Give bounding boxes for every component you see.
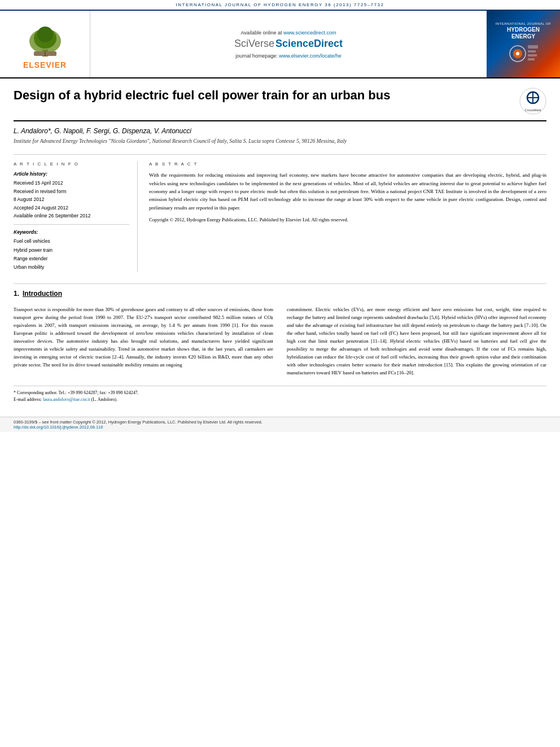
issn-text: 0360-3199/$ – see front matter Copyright… (14, 420, 546, 425)
article-title: Design of a hybrid electric fuel cell po… (14, 88, 390, 104)
body-section: 1. Introduction Transport sector is resp… (14, 283, 546, 377)
keyword-3: Range extender (14, 255, 129, 263)
abstract-header: A B S T R A C T (149, 161, 546, 167)
journal-homepage: journal homepage: www.elsevier.com/locat… (235, 53, 342, 59)
svg-rect-9 (528, 45, 538, 49)
email-link[interactable]: laura.andoloro@itae.cnr.it (43, 397, 90, 402)
body-right-text: commitment. Electric vehicles (EVs), are… (287, 305, 546, 377)
article-info-abstract-section: A R T I C L E I N F O Article history: R… (14, 154, 546, 272)
cover-graphic (506, 42, 540, 65)
history-received: Received 15 April 2012 (14, 179, 129, 187)
article-history-label: Article history: (14, 171, 129, 177)
article-container: Design of a hybrid electric fuel cell po… (0, 78, 560, 412)
history-accepted: Accepted 24 August 2012 (14, 204, 129, 212)
body-right-column: commitment. Electric vehicles (EVs), are… (287, 290, 546, 377)
available-online-text: Available online at www.sciencedirect.co… (241, 30, 336, 36)
copyright-text: Copyright © 2012, Hydrogen Energy Public… (149, 216, 546, 224)
sciverse-logo: SciVerse ScienceDirect (234, 38, 343, 50)
journal-homepage-link[interactable]: www.elsevier.com/locate/he (279, 53, 342, 59)
elsevier-label: ELSEVIER (23, 60, 67, 69)
section-1-number: 1. (14, 290, 19, 298)
affiliation-line: Institute for Advanced Energy Technologi… (14, 137, 546, 145)
keyword-1: Fuel cell vehicles (14, 237, 129, 246)
svg-rect-12 (528, 58, 535, 60)
footer-section: * Corresponding author. Tel.: +39 090 62… (14, 386, 546, 403)
history-revised-date: 8 August 2012 (14, 195, 129, 203)
sciencedirect-area: Available online at www.sciencedirect.co… (90, 11, 487, 77)
doi-link[interactable]: http://dx.doi.org/10.1016/j.ijhydene.201… (14, 425, 103, 430)
authors-line: L. Andaloro*, G. Napoli, F. Sergi, G. Di… (14, 127, 546, 135)
sciencedirect-label: ScienceDirect (275, 38, 343, 50)
section-1-title: Introduction (23, 290, 62, 298)
footer-bar: 0360-3199/$ – see front matter Copyright… (0, 417, 560, 432)
header-section: ELSEVIER Available online at www.science… (0, 11, 560, 78)
hydrogen-journal-cover: International Journal of HYDROGENENERGY (487, 11, 560, 77)
sciverse-label: SciVerse (234, 38, 274, 50)
history-available: Available online 26 September 2012 (14, 212, 129, 220)
abstract-column: A B S T R A C T With the requirements fo… (149, 161, 546, 272)
svg-rect-10 (528, 50, 536, 53)
elsevier-tree-icon (20, 19, 71, 58)
email-footnote: E-mail address: laura.andoloro@itae.cnr.… (14, 396, 546, 403)
svg-point-8 (516, 52, 519, 55)
doi-text: http://dx.doi.org/10.1016/j.ijhydene.201… (14, 425, 546, 430)
svg-text:CrossMark: CrossMark (524, 108, 541, 112)
body-left-text: Transport sector is responsible for more… (14, 305, 273, 369)
corresponding-author-note: * Corresponding author. Tel.: +39 090 62… (14, 390, 546, 396)
sciencedirect-url[interactable]: www.sciencedirect.com (283, 30, 336, 36)
keyword-4: Urban mobility (14, 263, 129, 272)
keywords-label: Keywords: (14, 229, 129, 235)
svg-point-3 (37, 27, 53, 42)
authors-section: L. Andaloro*, G. Napoli, F. Sergi, G. Di… (14, 127, 546, 145)
article-info-header: A R T I C L E I N F O (14, 161, 129, 167)
crossmark-badge[interactable]: CrossMark (519, 88, 546, 115)
svg-rect-11 (528, 54, 537, 56)
history-revised-label: Received in revised form (14, 187, 129, 195)
abstract-text: With the requirements for reducing emiss… (149, 171, 546, 212)
body-left-column: 1. Introduction Transport sector is resp… (14, 290, 273, 377)
elsevier-logo: ELSEVIER (0, 11, 90, 77)
article-title-section: Design of a hybrid electric fuel cell po… (14, 88, 546, 121)
keyword-2: Hybrid power train (14, 246, 129, 255)
journal-bar: INTERNATIONAL JOURNAL OF HYDROGEN ENERGY… (0, 0, 560, 11)
article-info-column: A R T I C L E I N F O Article history: R… (14, 161, 138, 272)
divider (14, 224, 129, 225)
svg-rect-5 (45, 51, 46, 56)
